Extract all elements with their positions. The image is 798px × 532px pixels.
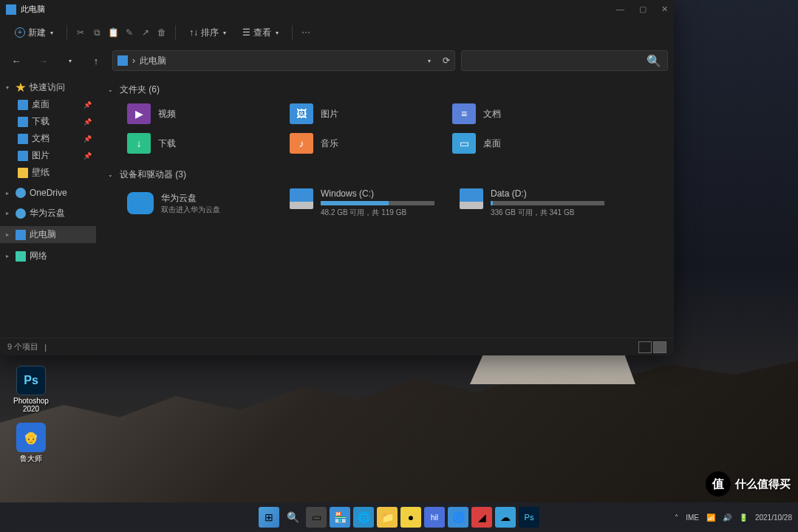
cut-button[interactable]: ✂ (75, 27, 86, 38)
taskbar-app-browser[interactable]: 🌀 (448, 507, 468, 528)
taskbar-app-cloud[interactable]: ☁ (495, 507, 516, 528)
photoshop-icon: Ps (16, 366, 46, 395)
sidebar-item-desktop[interactable]: 桌面 📌 (0, 96, 96, 113)
chevron-down-icon: ▾ (6, 84, 12, 91)
icons-view-button[interactable] (653, 341, 666, 353)
sidebar-network[interactable]: ▸ 网络 (0, 248, 96, 265)
recent-button[interactable]: ▾ (59, 50, 80, 71)
address-path: 此电脑 (140, 55, 166, 67)
document-icon: ≡ (452, 103, 476, 124)
group-folders-header[interactable]: ⌄ 文件夹 (6) (108, 81, 662, 99)
sidebar-item-wallpaper[interactable]: 壁纸 (0, 164, 96, 181)
wifi-icon[interactable]: 📶 (706, 514, 715, 522)
drive-d[interactable]: Data (D:) 336 GB 可用，共 341 GB (458, 187, 606, 219)
desktop-app-ludashi[interactable]: 👴 鲁大师 (7, 423, 55, 464)
up-button[interactable]: ↑ (86, 50, 106, 71)
search-input[interactable]: 🔍 (461, 50, 668, 71)
drive-icon (290, 188, 313, 209)
plus-icon: + (15, 27, 25, 38)
close-button[interactable]: ✕ (661, 4, 668, 14)
folder-icon (18, 168, 28, 178)
folder-icon (18, 100, 28, 110)
navigation-pane: ▾ 快速访问 桌面 📌 下载 📌 文档 📌 (0, 75, 96, 338)
sidebar-onedrive[interactable]: ▸ OneDrive (0, 185, 96, 200)
chevron-right-icon: › (132, 55, 135, 66)
rename-button[interactable]: ✎ (123, 27, 135, 38)
chevron-down-icon: ⌄ (108, 171, 115, 178)
sidebar-item-documents[interactable]: 文档 📌 (0, 130, 96, 147)
sidebar-huawei-cloud[interactable]: ▸ 华为云盘 (0, 205, 96, 222)
start-button[interactable]: ⊞ (259, 507, 279, 528)
view-button[interactable]: ☰ 查看 ▾ (236, 24, 284, 42)
chevron-right-icon: ▸ (6, 253, 12, 259)
volume-icon[interactable]: 🔊 (723, 514, 732, 522)
battery-icon[interactable]: 🔋 (739, 514, 748, 522)
folder-videos[interactable]: ▶视频 (126, 102, 266, 126)
paste-button[interactable]: 📋 (107, 27, 119, 38)
taskbar-app-explorer[interactable]: 📁 (377, 507, 398, 528)
share-button[interactable]: ↗ (140, 27, 151, 38)
pin-icon: 📌 (83, 118, 92, 126)
taskbar-app-huawei[interactable]: ◢ (471, 507, 492, 528)
pin-icon: 📌 (83, 152, 92, 160)
chevron-right-icon: ▸ (6, 231, 12, 238)
caret-icon: ▾ (50, 30, 53, 36)
folder-music[interactable]: ♪音乐 (288, 132, 429, 155)
window-title: 此电脑 (21, 4, 45, 15)
back-button[interactable]: ← (6, 50, 27, 71)
sidebar-item-downloads[interactable]: 下载 📌 (0, 113, 96, 130)
taskbar-app-photoshop[interactable]: Ps (519, 507, 539, 528)
taskbar-app-edge[interactable]: 🌐 (353, 507, 374, 528)
copy-button[interactable]: ⧉ (91, 27, 103, 38)
sidebar-quick-access[interactable]: ▾ 快速访问 (0, 79, 96, 96)
network-icon (16, 251, 26, 262)
maximize-button[interactable]: ▢ (639, 4, 647, 14)
sidebar-this-pc[interactable]: ▸ 此电脑 (0, 226, 96, 243)
sidebar-item-pictures[interactable]: 图片 📌 (0, 147, 96, 164)
device-huawei-cloud[interactable]: 华为云盘 双击进入华为云盘 (126, 187, 266, 219)
watermark: 值 什么值得买 (706, 471, 791, 497)
sort-icon: ↑↓ (189, 27, 198, 38)
star-icon (16, 83, 26, 93)
tray-date[interactable]: 2021/10/28 (755, 514, 792, 522)
content-pane: ⌄ 文件夹 (6) ▶视频 🖼图片 ≡文档 ↓下载 ♪音乐 ▭桌面 ⌄ 设备和驱… (96, 75, 674, 338)
status-bar: 9 个项目 | (0, 338, 674, 355)
drive-icon (460, 188, 483, 209)
folder-desktop[interactable]: ▭桌面 (451, 132, 591, 155)
sort-button[interactable]: ↑↓ 排序 ▾ (183, 24, 232, 42)
folder-pictures[interactable]: 🖼图片 (288, 102, 429, 126)
tray-chevron-icon[interactable]: ˄ (675, 514, 678, 522)
download-icon: ↓ (127, 133, 151, 154)
file-explorer-window: 此电脑 — ▢ ✕ + 新建 ▾ ✂ ⧉ 📋 ✎ ↗ 🗑 ↑↓ 排序 ▾ ☰ 查… (0, 0, 674, 355)
more-button[interactable]: ⋯ (300, 27, 312, 38)
ludashi-icon: 👴 (16, 423, 46, 452)
video-icon: ▶ (127, 103, 151, 124)
desktop-icon: ▭ (452, 133, 476, 154)
search-button[interactable]: 🔍 (282, 507, 303, 528)
task-view-button[interactable]: ▭ (306, 507, 327, 528)
folder-downloads[interactable]: ↓下载 (126, 132, 266, 155)
new-button[interactable]: + 新建 ▾ (9, 24, 59, 42)
address-bar[interactable]: › 此电脑 ▾ ⟳ (112, 50, 455, 71)
storage-bar (491, 201, 604, 205)
chevron-right-icon: ▸ (6, 190, 12, 197)
delete-button[interactable]: 🗑 (156, 27, 168, 38)
cloud-icon (127, 192, 154, 214)
titlebar[interactable]: 此电脑 — ▢ ✕ (0, 0, 674, 18)
forward-button[interactable]: → (33, 50, 53, 71)
minimize-button[interactable]: — (616, 4, 624, 14)
folder-documents[interactable]: ≡文档 (451, 102, 591, 126)
view-icon: ☰ (242, 27, 250, 38)
group-devices-header[interactable]: ⌄ 设备和驱动器 (3) (108, 166, 662, 184)
chevron-right-icon: ▸ (6, 210, 12, 216)
ime-indicator[interactable]: IME (686, 514, 699, 522)
drive-c[interactable]: Windows (C:) 48.2 GB 可用，共 119 GB (288, 187, 436, 219)
refresh-button[interactable]: ⟳ (443, 55, 450, 66)
taskbar-app-store[interactable]: 🏪 (330, 507, 350, 528)
taskbar-app-hicar[interactable]: hil (424, 507, 445, 528)
address-caret-icon[interactable]: ▾ (428, 58, 431, 64)
taskbar-app-360[interactable]: ● (400, 507, 421, 528)
details-view-button[interactable] (638, 341, 652, 353)
system-tray[interactable]: ˄ IME 📶 🔊 🔋 2021/10/28 (675, 514, 792, 522)
desktop-app-photoshop[interactable]: Ps Photoshop 2020 (7, 366, 55, 413)
